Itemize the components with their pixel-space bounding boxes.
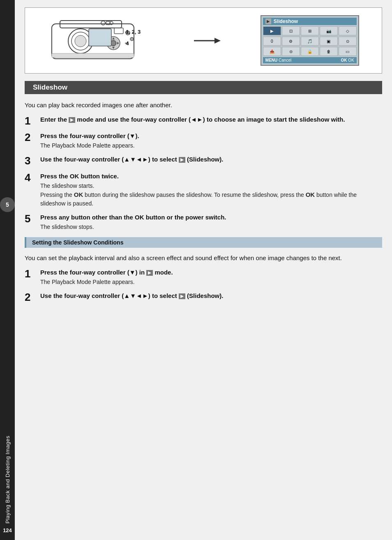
sub-section-title: Setting the Slideshow Conditions xyxy=(25,237,382,248)
step-4-content: Press the OK button twice. The slideshow… xyxy=(40,172,382,208)
grid-icon-14: 🗑 xyxy=(320,47,338,56)
side-tab: 5 Playing Back and Deleting Images 124 xyxy=(0,0,15,540)
step-1-content: Enter the ▶ mode and use the four-way co… xyxy=(40,115,382,125)
chapter-title: Playing Back and Deleting Images xyxy=(5,436,11,524)
page-number: 124 xyxy=(0,527,15,533)
screen-play-icon: ▶ xyxy=(265,18,271,24)
svg-point-15 xyxy=(130,37,134,41)
step-3-content: Use the four-way controller (▲▼◄►) to se… xyxy=(40,155,382,165)
step-5-desc: The slideshow stops. xyxy=(40,223,382,231)
chapter-number: 5 xyxy=(0,197,15,212)
arrow-container xyxy=(194,35,221,47)
step-1: 1 Enter the ▶ mode and use the four-way … xyxy=(25,115,382,127)
sub-step-2-content: Use the four-way controller (▲▼◄►) to se… xyxy=(40,291,382,301)
camera-svg xyxy=(48,16,154,64)
step-2: 2 Press the four-way controller (▼). The… xyxy=(25,132,382,150)
svg-rect-18 xyxy=(114,28,123,34)
section-title: Slideshow xyxy=(25,81,382,94)
screen-menu-cancel: MENU Cancel xyxy=(265,58,291,62)
grid-icon-2: ⊡ xyxy=(282,26,300,35)
svg-point-16 xyxy=(111,41,116,46)
step-4-desc: The slideshow starts. Pressing the OK bu… xyxy=(40,182,382,208)
step-5-number: 5 xyxy=(25,213,40,225)
step-3: 3 Use the four-way controller (▲▼◄►) to … xyxy=(25,155,382,167)
sub-step-2-number: 2 xyxy=(25,291,40,303)
grid-icon-7: ⚙ xyxy=(282,37,300,46)
step-5-content: Press any button other than the OK butto… xyxy=(40,213,382,231)
step-4-number: 4 xyxy=(25,172,40,184)
sub-section-intro: You can set the playback interval and al… xyxy=(15,252,392,268)
sub-step-2: 2 Use the four-way controller (▲▼◄►) to … xyxy=(25,291,382,303)
screen-icon-grid-3: 📤 ⊝ 🔒 🗑 ▭ xyxy=(263,47,357,56)
svg-point-5 xyxy=(101,21,105,25)
illustration-box: 1, 2, 3 4 ▶ Slideshow xyxy=(25,7,382,74)
screen-mockup: ▶ Slideshow ▶ ⊡ ⊞ 📷 ◇ 0 ⚙ 🎵 ▣ ⊙ 📤 xyxy=(261,15,359,66)
svg-point-4 xyxy=(75,35,86,47)
main-content: 1, 2, 3 4 ▶ Slideshow xyxy=(15,0,392,540)
screen-title: Slideshow xyxy=(274,18,298,24)
grid-icon-3: ⊞ xyxy=(301,26,319,35)
screen-icon-grid-2: 0 ⚙ 🎵 ▣ ⊙ xyxy=(263,37,357,46)
screen-title-bar: ▶ Slideshow xyxy=(263,18,357,25)
sub-step-2-title: Use the four-way controller (▲▼◄►) to se… xyxy=(40,291,382,300)
sub-step-1-title: Press the four-way controller (▼) in ▶ m… xyxy=(40,268,382,277)
step-3-number: 3 xyxy=(25,155,40,167)
sub-step-1-desc: The Playback Mode Palette appears. xyxy=(40,278,382,286)
section-intro: You can play back recorded images one af… xyxy=(15,99,392,115)
sub-step-1-content: Press the four-way controller (▼) in ▶ m… xyxy=(40,268,382,286)
step-1-number: 1 xyxy=(25,115,40,127)
step-3-title: Use the four-way controller (▲▼◄►) to se… xyxy=(40,155,382,164)
sub-step-1-number: 1 xyxy=(25,268,40,280)
step-5: 5 Press any button other than the OK but… xyxy=(25,213,382,231)
grid-icon-1: ▶ xyxy=(263,26,281,35)
svg-rect-19 xyxy=(52,53,134,58)
step-1-title: Enter the ▶ mode and use the four-way co… xyxy=(40,115,382,124)
label-123: 1, 2, 3 xyxy=(126,28,141,35)
grid-icon-6: 0 xyxy=(263,37,281,46)
step-4: 4 Press the OK button twice. The slidesh… xyxy=(25,172,382,208)
screen-bottom-bar: MENU Cancel OK OK xyxy=(263,57,357,63)
step-4-title: Press the OK button twice. xyxy=(40,172,382,180)
label-4: 4 xyxy=(126,39,129,46)
grid-icon-12: ⊝ xyxy=(282,47,300,56)
step-2-number: 2 xyxy=(25,132,40,143)
grid-icon-10: ⊙ xyxy=(339,37,357,46)
arrow-svg xyxy=(194,35,221,47)
step-2-content: Press the four-way controller (▼). The P… xyxy=(40,132,382,150)
step-2-title: Press the four-way controller (▼). xyxy=(40,132,382,140)
camera-illustration: 1, 2, 3 4 xyxy=(48,16,154,65)
grid-icon-9: ▣ xyxy=(320,37,338,46)
grid-icon-13: 🔒 xyxy=(301,47,319,56)
step-2-desc: The Playback Mode Palette appears. xyxy=(40,141,382,150)
steps-container: 1 Enter the ▶ mode and use the four-way … xyxy=(15,115,392,232)
grid-icon-4: 📷 xyxy=(320,26,338,35)
svg-marker-23 xyxy=(214,38,221,44)
svg-rect-17 xyxy=(89,29,111,46)
grid-icon-8: 🎵 xyxy=(301,37,319,46)
sub-step-1: 1 Press the four-way controller (▼) in ▶… xyxy=(25,268,382,286)
screen-ok-ok: OK OK xyxy=(341,58,354,62)
screen-icon-grid-1: ▶ ⊡ ⊞ 📷 ◇ xyxy=(263,26,357,35)
grid-icon-5: ◇ xyxy=(339,26,357,35)
step-5-title: Press any button other than the OK butto… xyxy=(40,213,382,222)
grid-icon-11: 📤 xyxy=(263,47,281,56)
sub-steps-container: 1 Press the four-way controller (▼) in ▶… xyxy=(15,268,392,303)
grid-icon-15: ▭ xyxy=(339,47,357,56)
